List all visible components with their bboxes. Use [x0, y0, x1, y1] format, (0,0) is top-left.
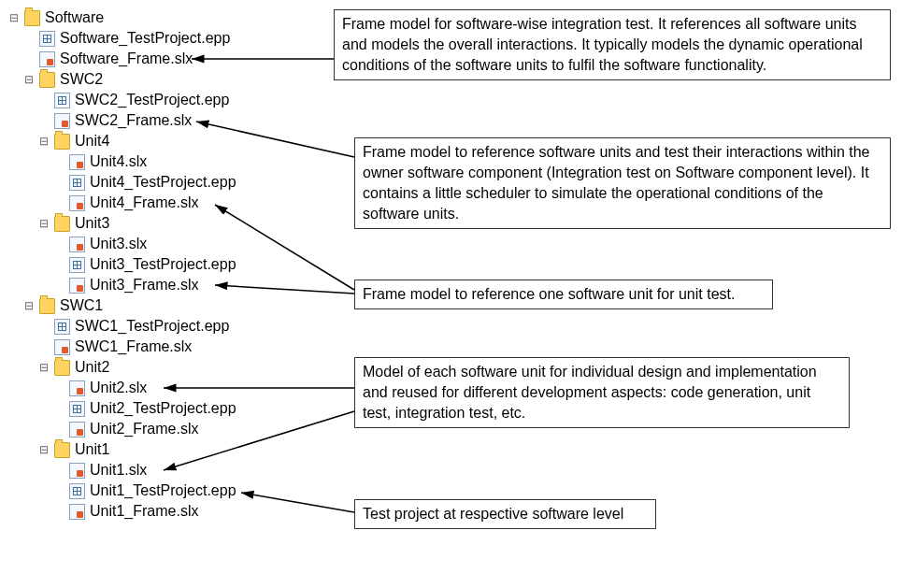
- epp-file-icon: [54, 319, 70, 335]
- tree-node-swc1-testproject[interactable]: · SWC1_TestProject.epp: [7, 316, 236, 337]
- tree-node-swc2[interactable]: ⊟ SWC2: [7, 69, 236, 90]
- diagram-canvas: ⊟ Software · Software_TestProject.epp · …: [0, 0, 916, 588]
- tree-node-software-testproject[interactable]: · Software_TestProject.epp: [7, 28, 236, 49]
- tree-node-unit4-testproject[interactable]: · Unit4_TestProject.epp: [7, 172, 236, 193]
- slx-file-icon: [54, 339, 70, 355]
- tree-node-unit3[interactable]: ⊟ Unit3: [7, 213, 236, 234]
- tree-node-swc2-frame[interactable]: · SWC2_Frame.slx: [7, 110, 236, 131]
- tree-label: Unit1.slx: [90, 460, 147, 480]
- slx-file-icon: [69, 463, 85, 479]
- tree-label: Unit4: [75, 131, 109, 151]
- folder-icon: [54, 216, 70, 232]
- folder-icon: [54, 442, 70, 458]
- slx-file-icon: [69, 380, 85, 396]
- collapse-icon[interactable]: ⊟: [7, 11, 21, 24]
- epp-file-icon: [69, 401, 85, 417]
- tree-label: Software: [45, 7, 104, 28]
- tree-label: Unit3: [75, 213, 109, 234]
- callout-test-project: Test project at respective software leve…: [354, 499, 656, 529]
- tree-node-unit2-slx[interactable]: · Unit2.slx: [7, 378, 236, 398]
- tree-node-swc1-frame[interactable]: · SWC1_Frame.slx: [7, 337, 236, 357]
- tree-node-unit4-slx[interactable]: · Unit4.slx: [7, 151, 236, 172]
- tree-label: Unit1_TestProject.epp: [90, 480, 236, 501]
- tree-label: Unit4_Frame.slx: [90, 193, 198, 213]
- tree-node-unit3-testproject[interactable]: · Unit3_TestProject.epp: [7, 254, 236, 275]
- tree-node-unit1-slx[interactable]: · Unit1.slx: [7, 460, 236, 480]
- tree-label: Unit4.slx: [90, 151, 147, 172]
- tree-node-software[interactable]: ⊟ Software: [7, 7, 236, 28]
- tree-node-unit2-testproject[interactable]: · Unit2_TestProject.epp: [7, 398, 236, 419]
- epp-file-icon: [69, 483, 85, 499]
- folder-icon: [39, 298, 55, 314]
- slx-file-icon: [69, 237, 85, 252]
- slx-file-icon: [69, 278, 85, 294]
- tree-label: SWC2: [60, 69, 103, 90]
- tree-node-unit3-slx[interactable]: · Unit3.slx: [7, 234, 236, 254]
- epp-file-icon: [69, 257, 85, 273]
- tree-label: Unit3_TestProject.epp: [90, 254, 236, 275]
- collapse-icon[interactable]: ⊟: [37, 361, 50, 374]
- tree-label: Software_Frame.slx: [60, 49, 193, 69]
- tree-label: Unit2_Frame.slx: [90, 419, 198, 439]
- tree-node-unit1[interactable]: ⊟ Unit1: [7, 439, 236, 460]
- tree-label: SWC1_Frame.slx: [75, 337, 192, 357]
- epp-file-icon: [69, 175, 85, 191]
- slx-file-icon: [69, 195, 85, 211]
- svg-line-6: [241, 493, 354, 512]
- tree-label: Unit2.slx: [90, 378, 147, 398]
- tree-node-unit1-testproject[interactable]: · Unit1_TestProject.epp: [7, 480, 236, 501]
- collapse-icon[interactable]: ⊟: [37, 135, 50, 148]
- folder-icon: [54, 360, 70, 376]
- tree-label: SWC2_Frame.slx: [75, 110, 192, 131]
- callout-swc-frame: Frame model to reference software units …: [354, 137, 891, 229]
- tree-label: Unit2_TestProject.epp: [90, 398, 236, 419]
- collapse-icon[interactable]: ⊟: [22, 299, 36, 312]
- slx-file-icon: [69, 154, 85, 170]
- folder-icon: [54, 134, 70, 150]
- tree-label: Software_TestProject.epp: [60, 28, 230, 49]
- tree-node-swc1[interactable]: ⊟ SWC1: [7, 295, 236, 316]
- tree-label: Unit4_TestProject.epp: [90, 172, 236, 193]
- collapse-icon[interactable]: ⊟: [37, 217, 50, 230]
- collapse-icon[interactable]: ⊟: [22, 73, 36, 86]
- tree-label: Unit3.slx: [90, 234, 147, 254]
- epp-file-icon: [39, 31, 55, 47]
- file-tree: ⊟ Software · Software_TestProject.epp · …: [7, 7, 236, 522]
- callout-unit-model: Model of each software unit for individu…: [354, 357, 850, 428]
- slx-file-icon: [39, 51, 55, 67]
- collapse-icon[interactable]: ⊟: [37, 443, 50, 456]
- tree-node-unit2-frame[interactable]: · Unit2_Frame.slx: [7, 419, 236, 439]
- slx-file-icon: [69, 504, 85, 520]
- folder-icon: [39, 72, 55, 88]
- callout-software-frame: Frame model for software-wise integratio…: [334, 9, 891, 80]
- tree-label: Unit1_Frame.slx: [90, 501, 198, 522]
- tree-label: SWC1: [60, 295, 103, 316]
- folder-icon: [24, 10, 40, 26]
- tree-node-swc2-testproject[interactable]: · SWC2_TestProject.epp: [7, 90, 236, 110]
- callout-unit-frame: Frame model to reference one software un…: [354, 280, 773, 309]
- epp-file-icon: [54, 93, 70, 108]
- tree-node-unit3-frame[interactable]: · Unit3_Frame.slx: [7, 275, 236, 295]
- tree-label: SWC1_TestProject.epp: [75, 316, 229, 337]
- tree-node-unit2[interactable]: ⊟ Unit2: [7, 357, 236, 378]
- tree-label: Unit1: [75, 439, 109, 460]
- tree-node-unit4[interactable]: ⊟ Unit4: [7, 131, 236, 151]
- tree-label: Unit2: [75, 357, 109, 378]
- tree-node-unit4-frame[interactable]: · Unit4_Frame.slx: [7, 193, 236, 213]
- tree-node-software-frame[interactable]: · Software_Frame.slx: [7, 49, 236, 69]
- slx-file-icon: [69, 422, 85, 437]
- tree-label: SWC2_TestProject.epp: [75, 90, 229, 110]
- tree-label: Unit3_Frame.slx: [90, 275, 198, 295]
- tree-node-unit1-frame[interactable]: · Unit1_Frame.slx: [7, 501, 236, 522]
- slx-file-icon: [54, 113, 70, 129]
